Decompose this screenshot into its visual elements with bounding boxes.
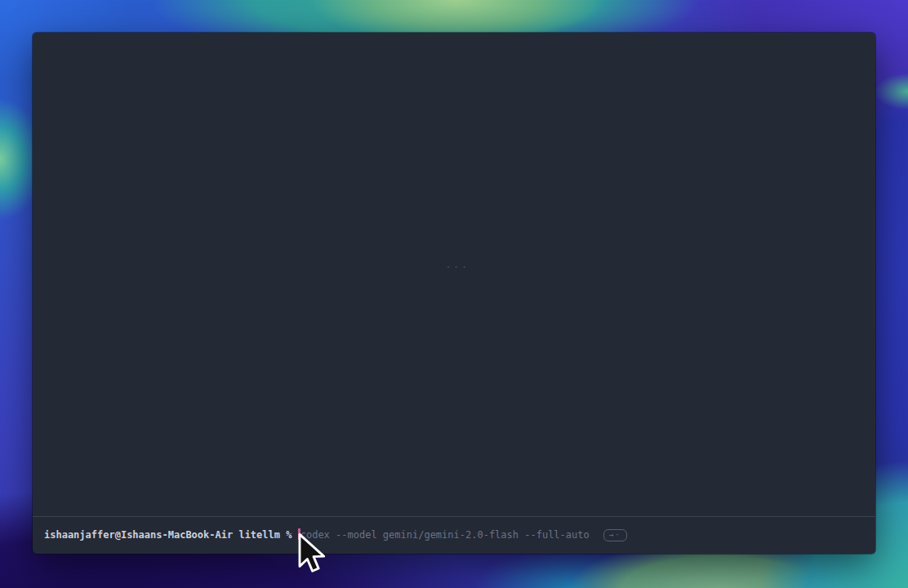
terminal-window[interactable]: ... ishaanjaffer@Ishaans-MacBook-Air lit… bbox=[33, 33, 875, 554]
prompt-user-host: ishaanjaffer@Ishaans-MacBook-Air bbox=[44, 529, 233, 541]
loading-indicator: ... bbox=[445, 258, 469, 270]
terminal-scrollback[interactable]: ... bbox=[33, 33, 875, 516]
shell-prompt-line[interactable]: ishaanjaffer@Ishaans-MacBook-Air litellm… bbox=[44, 517, 864, 554]
command-autosuggestion: codex --model gemini/gemini-2.0-flash --… bbox=[300, 529, 590, 541]
prompt-bar[interactable]: ishaanjaffer@Ishaans-MacBook-Air litellm… bbox=[33, 516, 875, 554]
desktop-wallpaper: ... ishaanjaffer@Ishaans-MacBook-Air lit… bbox=[0, 0, 908, 588]
prompt-symbol: % bbox=[286, 529, 292, 541]
prompt-directory: litellm bbox=[238, 529, 280, 541]
arrow-dot-icon: →· bbox=[609, 531, 621, 539]
suggestion-key-hint-badge: →· bbox=[603, 529, 627, 541]
